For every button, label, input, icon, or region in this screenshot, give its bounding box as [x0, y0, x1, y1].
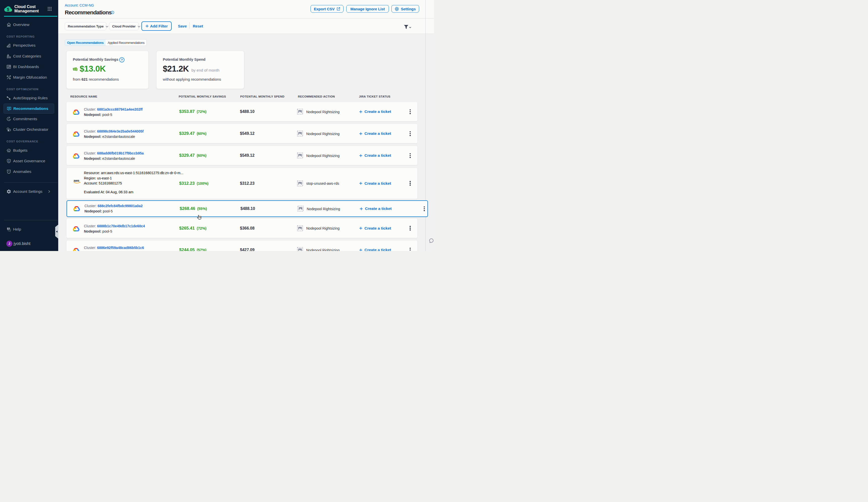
svg-text:$: $ [8, 149, 10, 152]
svg-text:aws: aws [74, 179, 79, 182]
svg-text:?: ? [8, 227, 9, 230]
svg-text:?: ? [121, 58, 123, 62]
svg-text:$: $ [7, 7, 9, 12]
svg-text:$: $ [8, 160, 9, 162]
